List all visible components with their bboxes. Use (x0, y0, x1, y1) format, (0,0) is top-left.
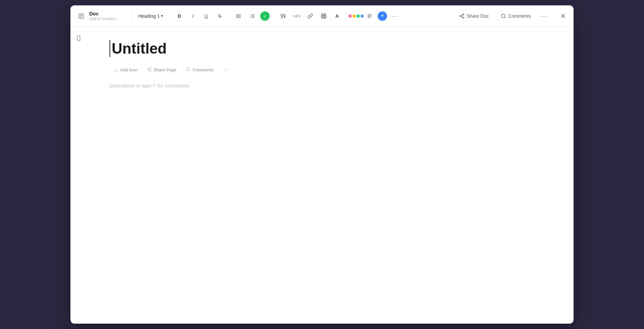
share-page-icon (147, 67, 152, 73)
separator-6 (553, 12, 553, 20)
svg-rect-16 (322, 14, 326, 18)
color-picker-button[interactable] (351, 11, 362, 21)
svg-line-37 (189, 70, 190, 71)
svg-point-29 (501, 14, 505, 18)
description-field[interactable]: Description or type '/' for commands (109, 83, 553, 88)
svg-point-36 (186, 68, 190, 71)
modal-overlay: Doc Add to location... Heading 1 ▾ B I U… (0, 0, 644, 329)
add-block-button[interactable]: + (378, 11, 387, 21)
done-icon: ✓ (260, 11, 270, 21)
svg-line-30 (504, 17, 505, 18)
doc-title: Doc (89, 11, 119, 16)
separator-5 (346, 12, 347, 20)
heading-dropdown[interactable]: Heading 1 ▾ (136, 12, 166, 20)
left-panel (70, 27, 89, 324)
doc-heading[interactable]: Untitled (109, 40, 553, 57)
svg-point-31 (150, 67, 151, 69)
doc-icon (76, 11, 87, 21)
svg-point-32 (147, 69, 149, 70)
italic-button[interactable]: I (187, 11, 198, 21)
add-icon-icon: ☺ (113, 67, 118, 73)
text-color-button[interactable]: A (332, 11, 342, 21)
svg-point-26 (463, 17, 464, 18)
close-button[interactable]: ✕ (557, 11, 568, 21)
separator-4 (274, 12, 274, 20)
svg-line-34 (149, 70, 150, 70)
strikethrough-button[interactable]: S (214, 11, 225, 21)
page-comments-button[interactable]: Comments (182, 65, 218, 75)
ordered-list-button[interactable]: 1 2 3 (247, 11, 258, 21)
share-doc-button[interactable]: Share Doc (454, 11, 493, 21)
svg-point-33 (150, 70, 151, 71)
svg-point-25 (460, 15, 461, 17)
svg-point-9 (236, 17, 237, 18)
bold-button[interactable]: B (174, 11, 185, 21)
share-page-button[interactable]: Share Page (143, 65, 181, 75)
table-button[interactable] (318, 11, 329, 21)
add-icon-button[interactable]: ☺ Add Icon (109, 65, 142, 75)
share-doc-label: Share Doc (467, 13, 489, 19)
doc-title-area: Doc Add to location... (89, 11, 119, 21)
svg-point-8 (236, 16, 237, 16)
separator-3 (229, 12, 229, 20)
svg-point-24 (463, 14, 464, 15)
more-actions-button[interactable]: ⋯ (538, 11, 549, 21)
underline-button[interactable]: U (201, 11, 212, 21)
toolbar: Doc Add to location... Heading 1 ▾ B I U… (70, 5, 574, 27)
editor-body: Untitled ☺ Add Icon (70, 27, 574, 324)
bullet-list-button[interactable] (233, 11, 244, 21)
comments-button[interactable]: Comments (496, 11, 536, 21)
doc-modal: Doc Add to location... Heading 1 ▾ B I U… (70, 5, 574, 324)
align-button[interactable] (364, 11, 375, 21)
editor-area[interactable]: Untitled ☺ Add Icon (89, 27, 574, 324)
page-comments-icon (186, 67, 191, 73)
svg-point-7 (236, 14, 237, 15)
svg-line-27 (461, 16, 463, 17)
code-button[interactable]: </> (291, 11, 302, 21)
comments-label: Comments (508, 13, 531, 19)
more-options-button[interactable]: ⋯ (390, 11, 400, 21)
chevron-down-icon: ▾ (161, 14, 163, 18)
sidebar-toggle-icon[interactable] (74, 32, 86, 44)
separator-1 (131, 12, 131, 20)
svg-line-28 (461, 15, 463, 16)
svg-line-35 (149, 68, 150, 69)
color-dots (348, 14, 364, 18)
doc-subtitle[interactable]: Add to location... (89, 16, 119, 21)
page-more-button[interactable]: ⋯ (219, 65, 231, 74)
quote-button[interactable] (278, 11, 289, 21)
separator-2 (170, 12, 170, 20)
doc-actions-bar: ☺ Add Icon Sh (109, 65, 553, 75)
svg-text:3: 3 (250, 17, 251, 18)
link-button[interactable] (305, 11, 316, 21)
